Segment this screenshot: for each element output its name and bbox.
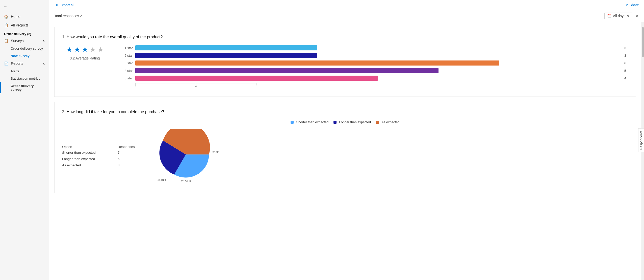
- question-2-content: Option Responses Shorter than expected 7…: [62, 129, 628, 185]
- bar-track-1star: [135, 45, 620, 50]
- filter-chevron-icon: ∨: [627, 14, 629, 18]
- share-icon: ↗: [625, 3, 628, 7]
- bar-value-4star: 5: [624, 69, 628, 73]
- export-all-button[interactable]: ⇥ Export all: [54, 3, 74, 7]
- bar-label-2star: 2 star: [123, 54, 133, 57]
- legend-longer: Longer than expected: [333, 120, 371, 124]
- share-button[interactable]: ↗ Share: [625, 3, 639, 7]
- legend-expected: As expected: [376, 120, 400, 124]
- export-icon: ⇥: [54, 3, 58, 7]
- surveys-chevron-icon: ∧: [42, 39, 45, 43]
- scroll-thumb[interactable]: [642, 27, 644, 57]
- reports-icon: 📄: [4, 61, 8, 66]
- reports-group: 📄 Reports ∧ Alerts Satisfaction metrics …: [0, 59, 49, 93]
- questions-panel: 1. How would you rate the overall qualit…: [49, 22, 641, 280]
- bar-row-1star: 1 star 3: [123, 45, 628, 50]
- bar-chart: 1 star 3 2 star 3: [123, 45, 628, 89]
- pie-label-shorter: 33.33 %: [212, 151, 219, 154]
- bar-fill-5star: [135, 76, 378, 81]
- close-panel-icon[interactable]: ✕: [635, 13, 639, 19]
- star-1: ★: [66, 45, 72, 54]
- legend-dot-longer: [333, 121, 337, 124]
- bar-fill-4star: [135, 68, 439, 73]
- legend-shorter: Shorter than expected: [291, 120, 328, 124]
- bar-value-5star: 4: [624, 76, 628, 80]
- bar-track-3star: [135, 60, 620, 66]
- star-5: ★: [97, 45, 104, 54]
- total-responses-label: Total responses 21: [54, 14, 84, 18]
- all-projects-icon: 📋: [4, 23, 8, 27]
- sidebar-item-all-projects[interactable]: 📋 All Projects: [0, 21, 49, 29]
- question-1-title: 1. How would you rate the overall qualit…: [62, 35, 628, 39]
- surveys-icon: 📋: [4, 39, 8, 43]
- surveys-group-header[interactable]: 📋 Surveys ∧: [0, 37, 49, 45]
- calendar-icon: 📅: [607, 14, 611, 18]
- table-row-expected: As expected 8: [62, 163, 133, 167]
- bar-axis-svg: 0 4 8: [135, 83, 256, 88]
- respondents-tab-label: Respondents: [639, 130, 643, 149]
- reports-chevron-icon: ∧: [42, 61, 45, 66]
- bar-label-3star: 3 star: [123, 61, 133, 65]
- bar-track-4star: [135, 68, 620, 73]
- hamburger-icon[interactable]: ≡: [0, 2, 49, 12]
- bar-track-5star: [135, 76, 620, 81]
- surveys-group: 📋 Surveys ∧ Order delivery survey New su…: [0, 37, 49, 59]
- table-row-shorter: Shorter than expected 7: [62, 151, 133, 154]
- sidebar-item-home[interactable]: 🏠 Home: [0, 12, 49, 21]
- table-header: Option Responses: [62, 145, 133, 149]
- question-2-title: 2. How long did it take for you to compl…: [62, 110, 628, 114]
- star-rating-section: ★ ★ ★ ★ ★ 3.2 Average Rating: [62, 45, 108, 60]
- sidebar-child-new-survey[interactable]: New survey: [0, 52, 49, 59]
- bar-label-1star: 1 star: [123, 46, 133, 50]
- table-row-longer: Longer than expected 6: [62, 157, 133, 161]
- bar-fill-1star: [135, 45, 317, 50]
- bar-fill-2star: [135, 53, 317, 58]
- bar-value-2star: 3: [624, 54, 628, 57]
- pie-chart-container: 33.33 % 38.10 % 28.57 %: [153, 129, 219, 185]
- reports-group-header[interactable]: 📄 Reports ∧: [0, 59, 49, 68]
- bar-label-5star: 5 star: [123, 76, 133, 80]
- response-table: Option Responses Shorter than expected 7…: [62, 145, 133, 170]
- pie-label-longer: 28.57 %: [181, 180, 192, 183]
- sidebar: ≡ 🏠 Home 📋 All Projects Order delivery (…: [0, 0, 49, 280]
- bar-value-3star: 6: [624, 61, 628, 65]
- pie-label-expected: 38.10 %: [157, 178, 167, 181]
- bar-track-2star: [135, 53, 620, 58]
- bar-value-1star: 3: [624, 46, 628, 50]
- star-4: ★: [90, 45, 96, 54]
- all-days-filter[interactable]: 📅 All days ∨: [604, 13, 632, 19]
- sidebar-child-satisfaction-metrics[interactable]: Satisfaction metrics: [0, 75, 49, 82]
- legend-dot-shorter: [291, 121, 294, 124]
- bar-row-3star: 3 star 6: [123, 60, 628, 66]
- bar-row-4star: 4 star 5: [123, 68, 628, 73]
- sidebar-child-order-delivery-survey-report[interactable]: Order delivery survey: [0, 82, 49, 93]
- sidebar-child-alerts[interactable]: Alerts: [0, 68, 49, 75]
- sidebar-child-order-delivery-survey[interactable]: Order delivery survey: [0, 45, 49, 52]
- svg-text:8: 8: [256, 85, 256, 88]
- question-1-card: 1. How would you rate the overall qualit…: [54, 27, 636, 97]
- star-2: ★: [74, 45, 80, 54]
- bar-row-2star: 2 star 3: [123, 53, 628, 58]
- content-area: 1. How would you rate the overall qualit…: [49, 22, 644, 280]
- pie-legend: Shorter than expected Longer than expect…: [62, 120, 628, 124]
- top-bar: ⇥ Export all ↗ Share: [49, 0, 644, 10]
- bar-fill-3star: [135, 60, 499, 66]
- star-3: ★: [82, 45, 88, 54]
- svg-text:4: 4: [195, 85, 197, 88]
- question-1-content: ★ ★ ★ ★ ★ 3.2 Average Rating 1 star: [62, 45, 628, 89]
- pie-chart-svg: 33.33 % 38.10 % 28.57 %: [153, 129, 219, 184]
- stars-display: ★ ★ ★ ★ ★: [66, 45, 104, 54]
- legend-dot-expected: [376, 121, 379, 124]
- average-rating-label: 3.2 Average Rating: [70, 56, 100, 60]
- filter-bar: Total responses 21 📅 All days ∨ ✕: [49, 10, 644, 22]
- svg-text:0: 0: [135, 85, 136, 88]
- respondents-tab[interactable]: Respondents: [638, 128, 644, 152]
- sidebar-section-title: Order delivery (2): [0, 29, 49, 37]
- bar-row-5star: 5 star 4: [123, 76, 628, 81]
- home-icon: 🏠: [4, 15, 8, 19]
- question-2-card: 2. How long did it take for you to compl…: [54, 102, 636, 193]
- bar-label-4star: 4 star: [123, 69, 133, 73]
- main-content: ⇥ Export all ↗ Share Total responses 21 …: [49, 0, 644, 280]
